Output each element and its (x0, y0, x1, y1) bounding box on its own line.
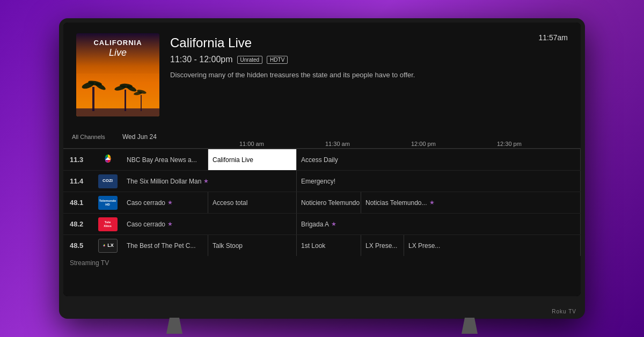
channel-number: 48.1 (63, 192, 93, 213)
svg-rect-10 (141, 95, 142, 111)
time-1130: 11:30 am (323, 141, 409, 147)
table-row[interactable]: 48.2 TeleXitos Caso cerrado ★ (63, 213, 581, 235)
tv-stand-right (462, 318, 478, 334)
program-list: Caso cerrado ★ Brigada A ★ (122, 214, 581, 235)
program-list: NBC Bay Area News a... California Live A… (122, 149, 581, 170)
channel-number: 11.3 (63, 149, 93, 170)
program-cell[interactable]: 1st Look (297, 235, 361, 256)
show-thumbnail: CALIFORNIA Live (76, 33, 159, 116)
time-display: 11:57am (539, 33, 568, 42)
tv-screen: 11:57am CALIFORNIA Live (63, 23, 581, 296)
program-cell-highlighted[interactable]: California Live (208, 149, 297, 170)
program-cell[interactable]: LX Prese... (361, 235, 404, 256)
show-info: California Live 11:30 - 12:00pm Unrated … (170, 33, 568, 119)
program-cell[interactable]: Noticias Telemundo... ★ (361, 192, 581, 213)
table-row[interactable]: 11.4 COZI The Six Million Dollar Man ★ (63, 170, 581, 192)
star-icon: ★ (167, 221, 173, 228)
show-description: Discovering many of the hidden treasures… (170, 70, 428, 80)
star-icon: ★ (429, 199, 435, 206)
program-cell[interactable]: Acceso total (208, 192, 297, 213)
time-1230: 12:30 pm (495, 141, 581, 147)
star-icon: ★ (203, 178, 209, 185)
program-cell[interactable]: NBC Bay Area News a... (122, 149, 208, 170)
show-time: 11:30 - 12:00pm Unrated HDTV (170, 55, 568, 64)
channel-logo: LX (93, 235, 122, 256)
channel-number: 48.2 (63, 214, 93, 235)
table-row[interactable]: 11.3 (63, 149, 581, 170)
program-cell[interactable]: Noticiero Telemundo ... (297, 192, 361, 213)
roku-label: Roku TV (552, 309, 576, 314)
cozi-icon: COZI (98, 174, 118, 188)
telexitos-icon: TeleXitos (98, 217, 118, 231)
program-cell[interactable]: LX Prese... (404, 235, 581, 256)
program-cell[interactable]: Caso cerrado ★ (122, 214, 297, 235)
program-cell[interactable]: Brigada A ★ (297, 214, 581, 235)
telemundo-icon: TelemundoHD (98, 196, 118, 210)
channel-logo (93, 149, 122, 170)
program-cell[interactable]: Talk Stoop (208, 235, 297, 256)
tv-stand-left (166, 318, 182, 334)
top-panel: CALIFORNIA Live (63, 23, 581, 130)
streaming-label: Streaming TV (63, 256, 581, 270)
channel-header-label: All Channels (63, 134, 122, 140)
unrated-badge: Unrated (237, 56, 263, 64)
table-row[interactable]: 48.5 (63, 235, 581, 256)
program-cell[interactable]: Caso cerrado ★ (122, 192, 208, 213)
channel-logo: TeleXitos (93, 214, 122, 235)
thumbnail-live: Live (109, 47, 127, 58)
program-cell[interactable]: Emergency! (297, 171, 581, 192)
guide-times: 11:00 am 11:30 am 12:00 pm 12:30 pm (237, 141, 581, 147)
channel-number: 11.4 (63, 171, 93, 192)
guide-date: Wed Jun 24 (122, 133, 157, 141)
program-list: Caso cerrado ★ Acceso total Noticiero Te… (122, 192, 581, 213)
guide-rows: 11.3 (63, 149, 581, 256)
hdtv-badge: HDTV (267, 56, 288, 64)
svg-rect-6 (125, 90, 126, 111)
time-1100: 11:00 am (237, 141, 323, 147)
nbc-small-icon (101, 243, 107, 248)
channel-logo: COZI (93, 171, 122, 192)
guide-section: All Channels Wed Jun 24 11:00 am 11:30 a… (63, 130, 581, 270)
tv-frame: 11:57am CALIFORNIA Live (59, 18, 585, 319)
guide-header: All Channels Wed Jun 24 11:00 am 11:30 a… (63, 130, 581, 149)
palm-silhouette-icon (76, 74, 159, 116)
program-list: The Six Million Dollar Man ★ Emergency! (122, 171, 581, 192)
time-1200: 12:00 pm (409, 141, 495, 147)
program-cell[interactable]: The Six Million Dollar Man ★ (122, 171, 297, 192)
svg-rect-1 (76, 108, 159, 116)
screen-content: 11:57am CALIFORNIA Live (63, 23, 581, 296)
star-icon: ★ (167, 199, 173, 206)
show-title: California Live (170, 35, 568, 50)
nbc-icon (99, 152, 117, 167)
table-row[interactable]: 48.1 TelemundoHD Caso cerrado ★ Acceso (63, 192, 581, 213)
channel-number: 48.5 (63, 235, 93, 256)
svg-rect-2 (92, 87, 94, 111)
channel-logo: TelemundoHD (93, 192, 122, 213)
thumbnail-title: CALIFORNIA (93, 39, 142, 47)
lx-icon: LX (98, 239, 118, 253)
star-icon: ★ (331, 221, 336, 228)
program-list: The Best of The Pet C... Talk Stoop 1st … (122, 235, 581, 256)
program-cell[interactable]: The Best of The Pet C... (122, 235, 208, 256)
program-cell[interactable]: Access Daily (297, 149, 581, 170)
